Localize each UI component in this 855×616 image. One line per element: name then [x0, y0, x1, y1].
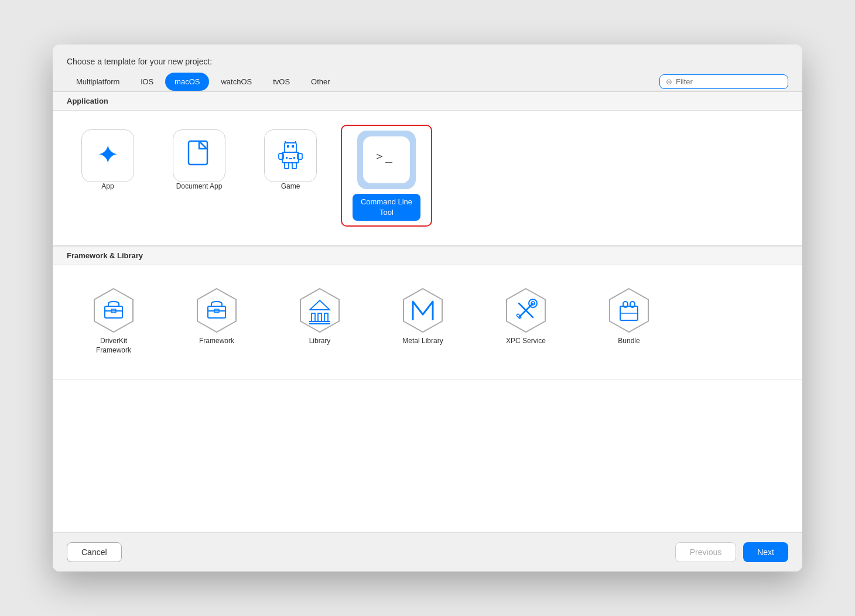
framework-hex-svg	[190, 284, 243, 337]
filter-container: ⊜	[659, 74, 788, 89]
svg-rect-13	[289, 158, 292, 159]
application-section-header: Application	[53, 91, 802, 111]
application-section: Application ✦ App	[53, 91, 802, 246]
driverkit-framework-icon	[87, 284, 140, 337]
svg-marker-24	[300, 289, 339, 332]
svg-rect-7	[292, 163, 296, 169]
driverkit-framework-label: DriverKitFramework	[96, 337, 131, 355]
document-app-label: Document App	[176, 182, 223, 191]
dialog-title: Choose a template for your new project:	[67, 57, 212, 66]
svg-rect-6	[285, 163, 289, 169]
xpc-service-label: XPC Service	[506, 337, 546, 346]
framework-section: Framework & Library Driver	[53, 246, 802, 379]
svg-text:✦: ✦	[97, 139, 119, 170]
svg-marker-28	[310, 300, 330, 310]
footer-right: Previous Next	[675, 542, 788, 562]
library-label: Library	[309, 337, 331, 346]
svg-rect-2	[285, 143, 296, 152]
xpc-service-hex-svg	[500, 284, 552, 337]
game-label: Game	[281, 182, 300, 191]
metal-library-icon	[396, 284, 449, 337]
tab-bar: Multiplatform iOS macOS watchOS tvOS Oth…	[53, 73, 802, 91]
svg-rect-26	[318, 313, 322, 321]
previous-button[interactable]: Previous	[675, 542, 736, 562]
filter-input[interactable]	[676, 77, 782, 86]
new-project-dialog: Choose a template for your new project: …	[53, 45, 802, 571]
template-driverkit-framework[interactable]: DriverKitFramework	[67, 279, 160, 360]
svg-rect-8	[287, 145, 289, 148]
command-line-tool-icon-wrapper: ＞_	[357, 131, 416, 189]
template-xpc-service[interactable]: XPC Service	[479, 279, 573, 360]
svg-rect-37	[517, 314, 521, 319]
app-icon-box: ✦	[81, 129, 134, 182]
tab-ios[interactable]: iOS	[131, 73, 163, 91]
template-game[interactable]: Game	[249, 125, 331, 227]
command-line-tool-icon: ＞_	[371, 147, 402, 173]
tab-bar-left: Multiplatform iOS macOS watchOS tvOS Oth…	[67, 73, 659, 91]
library-hex-svg	[293, 284, 346, 337]
library-icon	[293, 284, 346, 337]
template-bundle[interactable]: Bundle	[582, 279, 676, 360]
driverkit-hex-svg	[87, 284, 140, 337]
document-app-icon-box	[173, 129, 225, 182]
svg-marker-38	[610, 289, 648, 332]
template-metal-library[interactable]: Metal Library	[376, 279, 470, 360]
tab-multiplatform[interactable]: Multiplatform	[67, 73, 129, 91]
filter-wrapper: ⊜	[659, 74, 788, 89]
metal-library-hex-svg	[396, 284, 449, 337]
app-label: App	[101, 182, 114, 191]
command-line-tool-label: Command LineTool	[353, 194, 420, 221]
svg-marker-31	[403, 289, 442, 332]
svg-rect-3	[282, 152, 299, 163]
document-app-icon	[182, 138, 217, 173]
tab-macos[interactable]: macOS	[165, 73, 209, 91]
template-command-line-tool[interactable]: ＞_ Command LineTool	[341, 125, 432, 227]
bundle-label: Bundle	[618, 337, 639, 346]
tab-watchos[interactable]: watchOS	[211, 73, 261, 91]
app-icon: ✦	[90, 138, 125, 173]
template-framework[interactable]: Framework	[170, 279, 264, 360]
svg-text:＞_: ＞_	[374, 149, 393, 163]
framework-section-header: Framework & Library	[53, 246, 802, 265]
bundle-icon	[603, 284, 655, 337]
dialog-footer: Cancel Previous Next	[53, 532, 802, 571]
svg-rect-25	[312, 313, 315, 321]
svg-rect-27	[324, 313, 328, 321]
svg-rect-1	[189, 141, 207, 165]
metal-library-label: Metal Library	[402, 337, 443, 346]
framework-label: Framework	[199, 337, 234, 346]
svg-rect-12	[286, 157, 288, 159]
bundle-hex-svg	[603, 284, 655, 337]
svg-rect-10	[285, 141, 286, 143]
svg-rect-11	[295, 141, 296, 143]
tab-tvos[interactable]: tvOS	[264, 73, 299, 91]
command-line-tool-icon-box: ＞_	[363, 136, 410, 183]
dialog-header: Choose a template for your new project:	[53, 45, 802, 73]
svg-rect-14	[293, 157, 295, 159]
game-icon	[273, 138, 308, 173]
framework-icon	[190, 284, 243, 337]
svg-rect-9	[292, 145, 294, 148]
cancel-button[interactable]: Cancel	[67, 542, 122, 562]
template-app[interactable]: ✦ App	[67, 125, 149, 227]
xpc-service-icon	[500, 284, 552, 337]
svg-rect-21	[208, 306, 225, 318]
filter-icon: ⊜	[666, 77, 672, 86]
framework-section-content: DriverKitFramework Frame	[53, 265, 802, 378]
template-document-app[interactable]: Document App	[158, 125, 240, 227]
next-button[interactable]: Next	[743, 542, 788, 562]
content-area: Application ✦ App	[53, 91, 802, 532]
template-library[interactable]: Library	[273, 279, 367, 360]
application-section-content: ✦ App Document App	[53, 111, 802, 245]
game-icon-box	[264, 129, 317, 182]
svg-rect-17	[105, 306, 122, 318]
tab-other[interactable]: Other	[302, 73, 340, 91]
